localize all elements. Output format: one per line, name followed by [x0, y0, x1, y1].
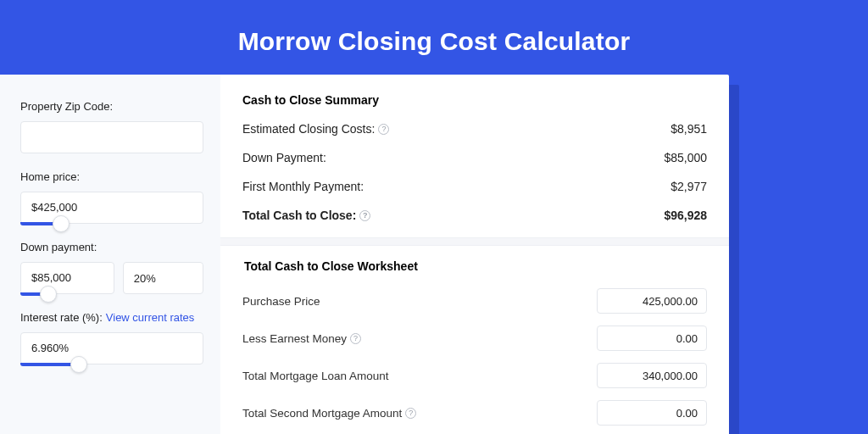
worksheet-row-label: Less Earnest Money	[242, 332, 347, 345]
home-price-input[interactable]	[20, 192, 203, 224]
summary-row-value: $2,977	[670, 180, 707, 193]
interest-input[interactable]	[20, 332, 203, 364]
down-payment-pct-input[interactable]	[123, 262, 203, 294]
home-price-slider[interactable]	[20, 222, 203, 225]
home-price-field: Home price:	[20, 170, 203, 224]
summary-row-label: Down Payment:	[242, 151, 326, 164]
interest-field: Interest rate (%): View current rates	[20, 311, 203, 364]
zip-field: Property Zip Code:	[20, 100, 203, 153]
summary-row: Down Payment:$85,000	[242, 151, 707, 164]
summary-row-label: Estimated Closing Costs:	[242, 122, 375, 136]
summary-total-label: Total Cash to Close:	[242, 209, 356, 222]
worksheet-row-label: Total Second Mortgage Amount	[242, 407, 402, 420]
worksheet-title: Total Cash to Close Worksheet	[242, 259, 707, 273]
page-title: Morrow Closing Cost Calculator	[0, 0, 868, 75]
down-payment-label: Down payment:	[20, 241, 203, 253]
worksheet-row-input[interactable]	[597, 400, 707, 426]
results-panel: Cash to Close Summary Estimated Closing …	[220, 75, 729, 434]
calculator-card: Property Zip Code: Home price: Down paym…	[0, 75, 729, 434]
inputs-panel: Property Zip Code: Home price: Down paym…	[0, 75, 220, 434]
interest-slider-thumb[interactable]	[70, 356, 87, 373]
down-payment-field: Down payment:	[20, 241, 203, 294]
worksheet-row-input[interactable]	[597, 326, 707, 351]
worksheet-row-input[interactable]	[597, 363, 707, 388]
summary-row-value: $8,951	[670, 122, 707, 136]
help-icon[interactable]: ?	[378, 124, 389, 135]
down-payment-input[interactable]	[20, 262, 114, 294]
worksheet-row-input[interactable]	[597, 288, 707, 314]
down-payment-input-wrap	[20, 262, 114, 294]
worksheet-row: Less Earnest Money?	[242, 326, 707, 351]
summary-total-value: $96,928	[664, 209, 707, 222]
interest-slider[interactable]	[20, 363, 203, 366]
section-divider	[220, 237, 729, 246]
worksheet-row: Purchase Price	[242, 288, 707, 314]
interest-input-wrap	[20, 332, 203, 364]
down-payment-slider[interactable]	[20, 292, 114, 296]
zip-input[interactable]	[20, 121, 203, 153]
summary-row-value: $85,000	[664, 151, 707, 164]
worksheet-row-label: Purchase Price	[242, 295, 320, 308]
home-price-input-wrap	[20, 192, 203, 224]
worksheet-row: Total Second Mortgage Amount?	[242, 400, 707, 426]
interest-label: Interest rate (%):	[20, 311, 103, 324]
home-price-slider-thumb[interactable]	[53, 215, 70, 232]
help-icon[interactable]: ?	[359, 210, 370, 221]
home-price-label: Home price:	[20, 170, 203, 183]
down-payment-slider-thumb[interactable]	[40, 286, 57, 303]
worksheet-row-label: Total Mortgage Loan Amount	[242, 370, 389, 382]
help-icon[interactable]: ?	[350, 333, 361, 344]
summary-row: First Monthly Payment:$2,977	[242, 180, 707, 193]
summary-row: Estimated Closing Costs:?$8,951	[242, 122, 707, 136]
summary-total-row: Total Cash to Close: ? $96,928	[242, 209, 707, 222]
zip-label: Property Zip Code:	[20, 100, 203, 113]
worksheet-row: Total Mortgage Loan Amount	[242, 363, 707, 388]
summary-title: Cash to Close Summary	[242, 93, 707, 107]
view-rates-link[interactable]: View current rates	[106, 311, 195, 324]
summary-row-label: First Monthly Payment:	[242, 180, 364, 193]
help-icon[interactable]: ?	[405, 408, 416, 419]
